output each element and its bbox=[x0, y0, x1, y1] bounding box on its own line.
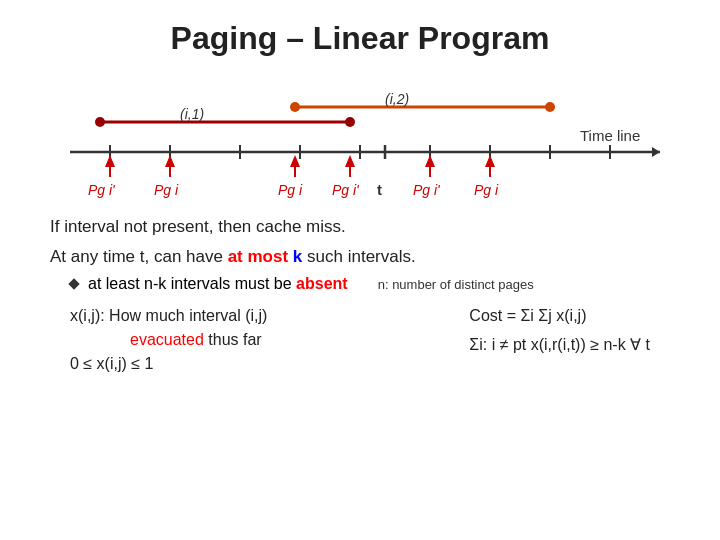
cache-miss-text: If interval not present, then cache miss… bbox=[50, 217, 670, 237]
evacuated-label: evacuated bbox=[130, 331, 204, 348]
sum-constraint-line: Σi: i ≠ pt x(i,r(i,t)) ≥ n-k ∀ t bbox=[469, 335, 650, 354]
sum-constraint-label: Σi: i ≠ pt x(i,r(i,t)) ≥ n-k ∀ t bbox=[469, 336, 650, 353]
constraint1-label: 0 ≤ x(i,j) ≤ 1 bbox=[70, 355, 153, 372]
cost-line: Cost = Σi Σj x(i,j) bbox=[469, 307, 650, 325]
svg-marker-1 bbox=[652, 147, 660, 157]
bullet-section: at least n-k intervals must be absent n:… bbox=[50, 275, 670, 293]
svg-text:Pg i: Pg i bbox=[154, 182, 179, 198]
svg-text:t: t bbox=[377, 181, 382, 198]
xij-label: x(i,j): How much interval (i,j) bbox=[70, 307, 267, 324]
cache-miss-label: If interval not present, then cache miss… bbox=[50, 217, 346, 236]
svg-marker-23 bbox=[165, 155, 175, 167]
any-time-text: At any time t, can have at most k such i… bbox=[50, 247, 670, 267]
evacuated-line: evacuated thus far bbox=[70, 331, 267, 349]
timeline-diagram: (i,1) (i,2) Time line bbox=[40, 77, 680, 207]
left-formulas: x(i,j): How much interval (i,j) evacuate… bbox=[70, 307, 267, 379]
any-time-label: At any time t, can have bbox=[50, 247, 223, 266]
xij-def-line: x(i,j): How much interval (i,j) bbox=[70, 307, 267, 325]
svg-marker-21 bbox=[105, 155, 115, 167]
n-note-label: n: number of distinct pages bbox=[378, 277, 534, 292]
svg-text:Pg i': Pg i' bbox=[88, 182, 116, 198]
svg-point-16 bbox=[545, 102, 555, 112]
content-area: If interval not present, then cache miss… bbox=[40, 217, 680, 379]
svg-text:Pg i': Pg i' bbox=[413, 182, 441, 198]
svg-text:Pg i: Pg i bbox=[278, 182, 303, 198]
svg-text:Time line: Time line bbox=[580, 127, 640, 144]
svg-point-15 bbox=[290, 102, 300, 112]
svg-marker-27 bbox=[345, 155, 355, 167]
absent-label: absent bbox=[296, 275, 348, 292]
cost-formula-label: Σi Σj x(i,j) bbox=[520, 307, 586, 324]
svg-point-12 bbox=[95, 117, 105, 127]
bottom-section: x(i,j): How much interval (i,j) evacuate… bbox=[50, 307, 670, 379]
svg-marker-25 bbox=[290, 155, 300, 167]
bullet-diamond-icon bbox=[68, 278, 79, 289]
svg-point-13 bbox=[345, 117, 355, 127]
cost-label: Cost = bbox=[469, 307, 516, 324]
bullet-label: at least n-k intervals must be bbox=[88, 275, 292, 292]
svg-marker-30 bbox=[425, 155, 435, 167]
right-formulas: Cost = Σi Σj x(i,j) Σi: i ≠ pt x(i,r(i,t… bbox=[469, 307, 670, 360]
svg-text:Pg i': Pg i' bbox=[332, 182, 360, 198]
svg-marker-32 bbox=[485, 155, 495, 167]
such-intervals-label: such intervals. bbox=[307, 247, 416, 266]
svg-text:Pg i: Pg i bbox=[474, 182, 499, 198]
bullet-text: at least n-k intervals must be absent bbox=[88, 275, 348, 293]
at-most-label: at most bbox=[228, 247, 288, 266]
thus-far-label: thus far bbox=[208, 331, 261, 348]
k-label: k bbox=[293, 247, 302, 266]
svg-text:(i,1): (i,1) bbox=[180, 106, 204, 122]
constraint1-line: 0 ≤ x(i,j) ≤ 1 bbox=[70, 355, 267, 373]
svg-text:(i,2): (i,2) bbox=[385, 91, 409, 107]
page-title: Paging – Linear Program bbox=[40, 20, 680, 57]
